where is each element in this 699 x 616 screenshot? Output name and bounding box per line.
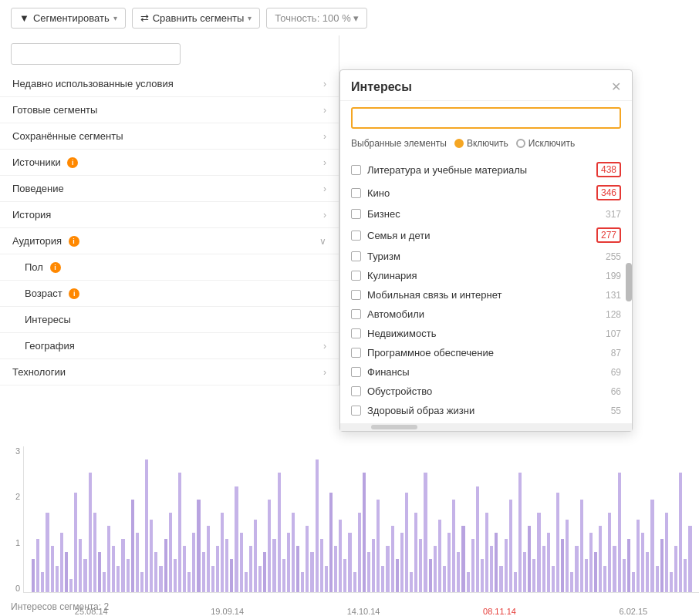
chart-bar [547,533,550,592]
chart-bar [183,546,186,592]
exclude-option[interactable]: Исключить [516,138,575,149]
sidebar-item-tech[interactable]: Технологии › [0,359,339,385]
item-checkbox[interactable] [351,251,361,261]
saved-label: Сохранённые сегменты [12,130,123,142]
chart-bar [268,500,271,592]
popup-list-item[interactable]: Здоровый образ жизни55 [340,401,632,420]
accuracy-button[interactable]: Точность: 100 % ▾ [266,8,367,29]
chart-bar [145,459,148,592]
item-count: 66 [611,386,621,397]
item-name: Литература и учебные материалы [367,164,527,176]
chart-bar [490,546,493,592]
chevron-right-icon3: › [323,131,326,142]
gender-label: Пол i [25,261,61,273]
tech-label: Технологии [12,366,66,378]
y-label-2: 2 [15,492,20,501]
chart-bar [225,539,228,592]
popup-scrollbar[interactable] [626,263,632,416]
chart-bar [518,473,522,592]
popup-close-button[interactable]: ✕ [611,79,621,94]
chart-bar [103,572,106,592]
popup-list-item[interactable]: Мобильная связь и интернет131 [340,285,632,305]
popup-item-left: Автомобили [351,308,424,320]
item-checkbox[interactable] [351,348,361,358]
history-label: История [12,209,51,220]
popup-list-item[interactable]: Автомобили128 [340,305,632,324]
sources-info-dot: i [67,157,78,168]
chart-bar [60,533,63,592]
item-checkbox[interactable] [351,367,361,377]
popup-item-left: Здоровый образ жизни [351,405,474,416]
sidebar-item-history[interactable]: История › [0,202,339,228]
sidebar-item-audience[interactable]: Аудитория i ∨ [0,228,339,254]
popup-list-wrapper: Литература и учебные материалы438Кино346… [340,155,632,423]
audience-label: Аудитория i [12,235,79,247]
popup-list-item[interactable]: Туризм255 [340,247,632,266]
chart-bar [514,572,517,592]
chart-bar [136,533,139,592]
item-checkbox[interactable] [351,231,361,241]
compare-label: Сравнить сегменты [153,12,245,24]
item-checkbox[interactable] [351,165,361,175]
chart-bar [603,566,606,592]
popup-list-item[interactable]: Программное обеспечение87 [340,343,632,362]
chart-bar [589,533,593,592]
item-checkbox[interactable] [351,188,361,198]
item-checkbox[interactable] [351,309,361,319]
sidebar-item-geography[interactable]: География › [0,333,339,359]
item-count: 55 [611,406,621,416]
popup-item-left: Туризм [351,251,400,262]
popup-list-item[interactable]: Семья и дети277 [340,224,632,247]
sidebar-item-recent[interactable]: Недавно использованные условия › [0,71,339,97]
menu-search-input[interactable] [11,43,181,65]
chart-bar [51,546,54,592]
item-checkbox[interactable] [351,328,361,338]
popup-bottom-scrollbar[interactable] [340,423,632,431]
sidebar-item-interests[interactable]: Интересы [0,307,339,333]
segment-button[interactable]: ▼ Сегментировать ▾ [11,8,126,29]
chart-bar [310,552,313,592]
chart-bar [174,559,177,592]
chart-bar [292,513,295,592]
item-checkbox[interactable] [351,290,361,300]
popup-list-item[interactable]: Обустройство66 [340,382,632,401]
sidebar-item-saved[interactable]: Сохранённые сегменты › [0,123,339,150]
popup-list-item[interactable]: Недвижимость107 [340,324,632,343]
popup-list-item[interactable]: Бизнес317 [340,204,632,224]
interests-search-input[interactable] [351,107,621,129]
popup-list-item[interactable]: Кулинария199 [340,266,632,285]
chart-bar [235,486,238,592]
popup-list-item[interactable]: Финансы69 [340,362,632,382]
chart-bar [263,552,266,592]
sidebar-item-age[interactable]: Возраст i [0,281,339,307]
item-checkbox[interactable] [351,209,361,219]
chart-bar [537,513,540,592]
chart-bar [523,552,526,592]
chart-bar [282,559,285,592]
chart-bar [485,513,488,592]
chart-bar [650,500,653,592]
popup-item-left: Программное обеспечение [351,347,494,358]
item-name: Недвижимость [367,328,436,339]
popup-item-left: Кулинария [351,270,417,281]
sidebar-item-ready[interactable]: Готовые сегменты › [0,97,339,123]
chart-bar [32,559,35,592]
chart-bar [381,566,384,592]
item-checkbox[interactable] [351,271,361,281]
compare-button[interactable]: ⇄ Сравнить сегменты ▾ [132,8,261,29]
popup-list-item[interactable]: Кино346 [340,181,632,204]
chart-container: 3 2 1 0 25.08.14 19.09.14 14.10.14 08.11… [0,446,699,616]
chart-bar [296,546,299,592]
chart-bar [83,559,86,592]
item-checkbox[interactable] [351,406,361,416]
sidebar-item-behavior[interactable]: Поведение › [0,176,339,202]
chart-footer: Интересов сегмента: 2 [11,601,109,612]
sidebar-item-gender[interactable]: Пол i [0,254,339,281]
popup-list-item[interactable]: Литература и учебные материалы438 [340,158,632,181]
item-checkbox[interactable] [351,386,361,396]
chart-bar [216,546,219,592]
chart-bar [306,526,309,592]
sidebar-item-sources[interactable]: Источники i › [0,150,339,176]
include-option[interactable]: Включить [454,138,508,149]
chart-bar [566,520,569,593]
